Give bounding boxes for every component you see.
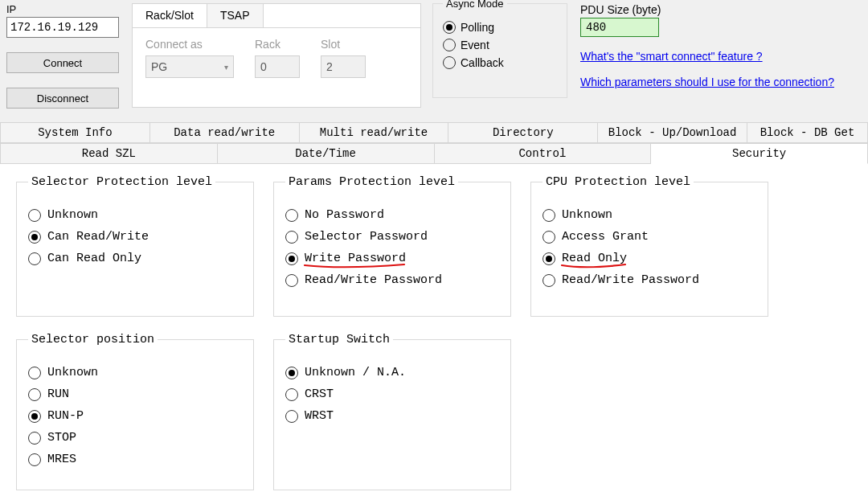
link-smart-connect[interactable]: What's the "smart connect" feature ? <box>580 50 854 63</box>
connect-as-label: Connect as <box>145 38 234 51</box>
radio-icon <box>542 209 555 222</box>
cpu-protection-option[interactable]: Read/Write Password <box>542 273 756 287</box>
radio-icon <box>28 367 41 379</box>
radio-icon <box>28 410 41 423</box>
startup-switch-option[interactable]: CRST <box>285 387 499 401</box>
radio-icon <box>443 39 456 51</box>
selector-position-option-label: RUN-P <box>47 409 84 423</box>
panel-selector-position: Selector position UnknownRUNRUN-PSTOPMRE… <box>16 333 254 490</box>
radio-icon <box>28 388 41 401</box>
radio-icon <box>542 274 555 287</box>
legend-selector-protection: Selector Protection level <box>28 175 215 189</box>
tab-row1-item[interactable]: Directory <box>448 122 598 143</box>
async-option[interactable]: Event <box>443 39 557 51</box>
startup-switch-option-label: Unknown / N.A. <box>305 366 406 379</box>
link-connection-params[interactable]: Which parameters should I use for the co… <box>580 76 854 88</box>
tab-row1-item[interactable]: Data read/write <box>150 122 300 143</box>
selector-protection-option-label: Unknown <box>47 208 98 222</box>
tabs-row-2: Read SZLDate/TimeControlSecurity <box>0 143 868 164</box>
selector-protection-option-label: Can Read Only <box>47 252 141 265</box>
params-protection-option-label: Read/Write Password <box>305 273 442 287</box>
radio-icon <box>285 367 298 379</box>
ip-column: IP Connect Disconnect <box>6 3 129 109</box>
radio-icon <box>285 252 298 265</box>
startup-switch-option[interactable]: Unknown / N.A. <box>285 366 499 379</box>
legend-selector-position: Selector position <box>28 333 158 346</box>
radio-icon <box>542 252 555 265</box>
legend-params-protection: Params Protection level <box>285 175 458 189</box>
selector-protection-option[interactable]: Unknown <box>28 208 242 222</box>
tab-row2-item[interactable]: Security <box>651 143 868 164</box>
cpu-protection-option[interactable]: Read Only <box>542 252 756 265</box>
async-legend: Async Mode <box>443 0 507 10</box>
selector-position-option[interactable]: MRES <box>28 453 242 466</box>
params-protection-option[interactable]: Read/Write Password <box>285 273 499 287</box>
tab-row2-item[interactable]: Control <box>435 143 652 164</box>
radio-icon <box>28 209 41 222</box>
startup-switch-option[interactable]: WRST <box>285 409 499 423</box>
panel-params-protection: Params Protection level No PasswordSelec… <box>273 175 511 317</box>
async-mode-box: Async Mode PollingEventCallback <box>432 3 567 98</box>
ip-input[interactable] <box>6 17 119 38</box>
params-protection-option[interactable]: Selector Password <box>285 230 499 244</box>
rack-label: Rack <box>255 38 300 51</box>
startup-switch-option-label: WRST <box>305 409 334 423</box>
selector-position-option[interactable]: Unknown <box>28 366 242 379</box>
tab-row2-item[interactable]: Read SZL <box>0 143 218 164</box>
params-protection-option-label: Selector Password <box>305 230 428 244</box>
radio-icon <box>443 21 456 34</box>
params-protection-option[interactable]: Write Password <box>285 252 499 265</box>
params-protection-option[interactable]: No Password <box>285 208 499 222</box>
radio-icon <box>443 56 456 69</box>
radio-icon <box>285 274 298 287</box>
panel-cpu-protection: CPU Protection level UnknownAccess Grant… <box>530 175 768 317</box>
tab-row1-item[interactable]: Multi read/write <box>300 122 449 143</box>
pdu-column: PDU Size (byte) What's the "smart connec… <box>580 3 854 88</box>
async-option-label: Event <box>461 39 489 51</box>
params-protection-option-label: No Password <box>305 208 384 222</box>
disconnect-button[interactable]: Disconnect <box>6 88 119 109</box>
pdu-input[interactable] <box>580 18 659 37</box>
connect-button[interactable]: Connect <box>6 52 119 73</box>
async-option[interactable]: Callback <box>443 56 557 69</box>
chevron-down-icon: ▾ <box>224 63 228 72</box>
radio-icon <box>28 453 41 466</box>
selector-protection-option-label: Can Read/Write <box>47 230 149 244</box>
cpu-protection-option-label: Unknown <box>562 208 612 222</box>
async-option[interactable]: Polling <box>443 21 557 34</box>
async-option-label: Polling <box>461 21 494 34</box>
pdu-label: PDU Size (byte) <box>580 3 854 16</box>
tab-tsap[interactable]: TSAP <box>207 4 264 27</box>
startup-switch-option-label: CRST <box>305 387 334 401</box>
tabs-row-1: System InfoData read/writeMulti read/wri… <box>0 122 868 143</box>
selector-position-option[interactable]: RUN <box>28 387 242 401</box>
radio-icon <box>542 231 555 244</box>
async-option-label: Callback <box>461 56 504 69</box>
slot-input[interactable] <box>321 55 366 78</box>
selector-position-option[interactable]: RUN-P <box>28 409 242 423</box>
selector-protection-option[interactable]: Can Read/Write <box>28 230 242 244</box>
tab-row1-item[interactable]: Block - Up/Download <box>598 122 747 143</box>
selector-position-option-label: RUN <box>47 387 69 401</box>
tab-row2-item[interactable]: Date/Time <box>218 143 435 164</box>
tab-row1-item[interactable]: System Info <box>0 122 150 143</box>
radio-icon <box>28 231 41 244</box>
radio-icon <box>285 410 298 423</box>
panel-startup-switch: Startup Switch Unknown / N.A.CRSTWRST <box>273 333 511 490</box>
tab-row1-item[interactable]: Block - DB Get <box>747 122 868 143</box>
selector-position-option[interactable]: STOP <box>28 431 242 445</box>
cpu-protection-option[interactable]: Unknown <box>542 208 756 222</box>
cpu-protection-option-label: Read/Write Password <box>562 273 699 287</box>
security-panels: Selector Protection level UnknownCan Rea… <box>0 164 868 490</box>
radio-icon <box>285 231 298 244</box>
cpu-protection-option-label: Access Grant <box>562 230 649 244</box>
connect-as-combo[interactable]: PG ▾ <box>145 55 234 78</box>
panel-selector-protection: Selector Protection level UnknownCan Rea… <box>16 175 254 317</box>
tab-rack-slot[interactable]: Rack/Slot <box>133 4 207 27</box>
ip-label: IP <box>6 3 129 15</box>
cpu-protection-option[interactable]: Access Grant <box>542 230 756 244</box>
selector-position-option-label: STOP <box>47 431 76 445</box>
rack-input[interactable] <box>255 55 300 78</box>
selector-protection-option[interactable]: Can Read Only <box>28 252 242 265</box>
selector-position-option-label: Unknown <box>47 366 98 379</box>
